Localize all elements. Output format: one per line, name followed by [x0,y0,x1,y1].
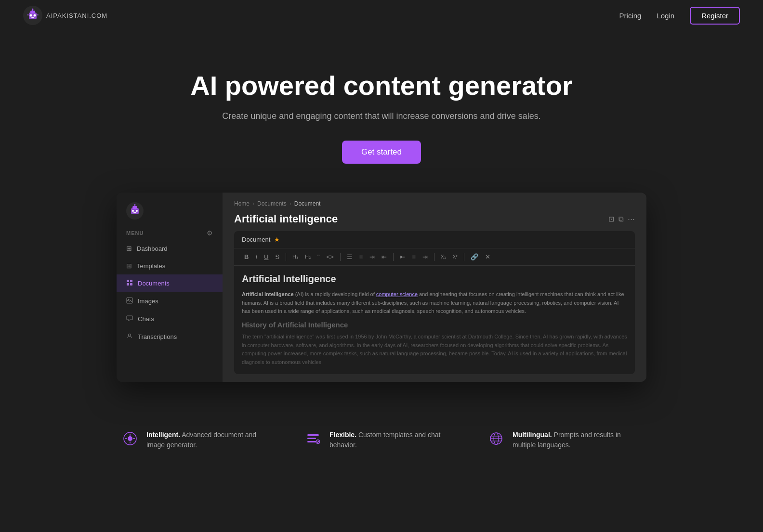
svg-point-17 [134,204,136,206]
settings-icon[interactable]: ⚙ [207,229,213,237]
more-icon[interactable]: ⋯ [628,215,635,223]
editor-para-1: Artificial Intelligence (AI) is a rapidl… [242,290,627,316]
multilingual-icon-wrap [487,430,505,447]
feature-flexible-title: Flexible. [329,431,356,439]
sidebar: MENU ⚙ ⊞ Dashboard ⊞ Templates Documents [117,193,223,382]
svg-rect-21 [130,283,132,285]
copy-icon[interactable]: ⧉ [618,215,624,223]
sidebar-item-dashboard-label: Dashboard [137,245,168,252]
expand-icon[interactable]: ⊡ [608,215,615,223]
clear-btn[interactable]: ✕ [483,252,493,261]
sidebar-item-templates[interactable]: ⊞ Templates [117,257,223,274]
doc-toolbar-right: ⊡ ⧉ ⋯ [608,215,635,223]
underline-btn[interactable]: U [262,252,271,261]
editor-section-para: The term "artificial intelligence" was f… [242,333,627,366]
mockup-container: MENU ⚙ ⊞ Dashboard ⊞ Templates Documents [0,193,763,382]
svg-point-14 [136,210,138,212]
svg-rect-18 [127,280,129,282]
h1-btn[interactable]: H₁ [290,253,301,261]
login-link[interactable]: Login [657,12,674,20]
bold-btn[interactable]: B [242,252,251,261]
logo-icon [23,6,42,25]
h2-btn[interactable]: H₂ [303,253,313,261]
svg-rect-8 [27,14,29,15]
intelligent-icon-wrap [121,430,139,447]
svg-rect-20 [127,283,129,285]
feature-flexible-text: Flexible. Custom templates and chat beha… [329,430,459,450]
toolbar-divider-2 [340,253,341,261]
breadcrumb: Home › Documents › Document [223,193,646,211]
templates-icon: ⊞ [126,262,132,270]
breadcrumb-sep-1: › [252,200,254,207]
svg-point-13 [132,210,134,212]
sidebar-logo-icon [126,202,144,220]
svg-point-4 [34,14,36,17]
doc-inner-label: Document [242,236,270,243]
feature-intelligent-text: Intelligent. Advanced document and image… [146,430,276,450]
main-content: Home › Documents › Document Artificial i… [223,193,646,382]
align-right-btn[interactable]: ⇥ [420,252,430,261]
hero-subtitle: Create unique and engaging content that … [10,111,753,121]
code-btn[interactable]: <> [324,252,336,261]
doc-inner-header: Document ★ [234,231,635,248]
doc-title: Artificial intelligence [234,213,338,225]
sidebar-item-templates-label: Templates [137,262,165,270]
breadcrumb-documents[interactable]: Documents [257,200,287,207]
features-section: Intelligent. Advanced document and image… [0,411,763,469]
align-left-btn[interactable]: ⇤ [397,252,408,261]
register-button[interactable]: Register [690,7,740,25]
sidebar-logo-area [117,193,223,224]
breadcrumb-current: Document [294,200,321,207]
editor-link[interactable]: computer science [376,291,418,297]
navbar: AIPAKISTANI.COM Pricing Login Register [0,0,763,31]
flexible-icon-wrap [304,430,322,447]
editor-body: Artificial Intelligence Artificial Intel… [234,266,635,374]
images-icon [126,297,133,305]
svg-rect-28 [307,438,316,439]
editor-section-heading: History of Artificial Intelligence [242,321,627,329]
logo-text: AIPAKISTANI.COM [46,12,107,19]
sidebar-menu-label: MENU ⚙ [117,224,223,240]
editor-heading: Artificial Intelligence [242,273,627,285]
pricing-link[interactable]: Pricing [619,12,642,20]
ordered-list-btn[interactable]: ≡ [357,252,366,261]
svg-point-7 [32,9,34,10]
align-center-btn[interactable]: ≡ [409,252,418,261]
doc-inner: Document ★ B I U S H₁ H₂ " <> ☰ ≡ [234,231,635,374]
italic-btn[interactable]: I [253,252,260,261]
mockup-window: MENU ⚙ ⊞ Dashboard ⊞ Templates Documents [117,193,646,382]
feature-multilingual: Multilingual. Prompts and results in mul… [487,430,642,450]
get-started-button[interactable]: Get started [342,141,421,164]
outdent-btn[interactable]: ⇤ [379,252,389,261]
sidebar-item-documents[interactable]: Documents [117,274,223,292]
sidebar-item-dashboard[interactable]: ⊞ Dashboard [117,240,223,257]
editor-bold-text: Artificial Intelligence [242,291,294,297]
hero-section: AI powered content generator Create uniq… [0,31,763,193]
list-btn[interactable]: ☰ [344,252,355,261]
feature-multilingual-text: Multilingual. Prompts and results in mul… [513,430,642,450]
sidebar-item-chats[interactable]: Chats [117,310,223,328]
toolbar-divider-4 [434,253,434,261]
editor-toolbar: B I U S H₁ H₂ " <> ☰ ≡ ⇥ ⇤ ⇤ ≡ [234,248,635,266]
doc-title-row: Artificial intelligence ⊡ ⧉ ⋯ [223,211,646,231]
sidebar-item-images[interactable]: Images [117,292,223,310]
navbar-links: Pricing Login Register [619,7,740,25]
quote-btn[interactable]: " [315,252,322,261]
subscript-btn[interactable]: X₁ [438,253,448,260]
link-btn[interactable]: 🔗 [468,252,481,261]
sidebar-item-transcriptions[interactable]: Transcriptions [117,328,223,346]
superscript-btn[interactable]: X² [450,253,460,260]
indent-btn[interactable]: ⇥ [367,252,377,261]
feature-multilingual-title: Multilingual. [513,431,552,439]
svg-rect-19 [130,280,132,282]
svg-rect-15 [133,212,136,213]
breadcrumb-home[interactable]: Home [234,200,250,207]
strikethrough-btn[interactable]: S [273,252,282,261]
sidebar-item-chats-label: Chats [138,315,154,323]
svg-rect-9 [37,14,39,15]
logo: AIPAKISTANI.COM [23,6,107,25]
intelligent-icon [123,432,137,445]
svg-point-26 [128,436,132,441]
star-icon[interactable]: ★ [274,236,280,243]
feature-intelligent-title: Intelligent. [146,431,180,439]
